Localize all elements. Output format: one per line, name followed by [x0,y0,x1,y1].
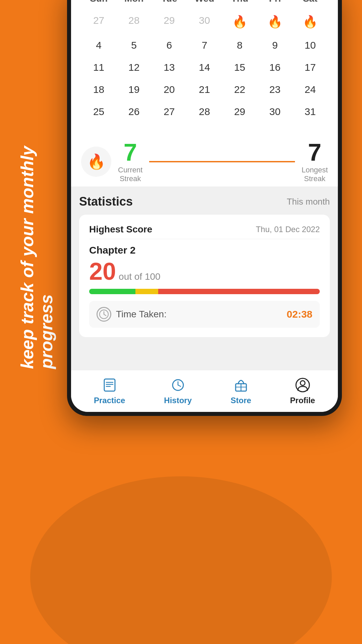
phone-frame: Sun Mon Tue Wed Thu Fri Sat 27 28 29 30 … [67,0,342,416]
cal-day: 27 [81,10,116,34]
score-date: Thu, 01 Dec 2022 [256,225,320,234]
cal-day: 5 [116,35,152,56]
calendar-row-5: 25 26 27 28 29 30 31 [81,101,328,122]
cal-day: 4 [81,35,116,56]
score-divider [89,239,320,239]
cal-day: 12 [116,57,152,78]
cal-day: 16 [257,57,293,78]
cal-day: 21 [187,79,222,100]
cal-day: 28 [187,101,222,122]
current-streak-number: 7 [124,140,137,164]
chapter-label: Chapter 2 [89,245,320,256]
cal-day: 27 [152,101,187,122]
bottom-nav: Practice History [71,370,338,412]
side-text: keep track of your monthly progress [18,67,56,369]
cal-header-sun: Sun [81,0,116,7]
profile-icon [294,376,311,394]
nav-item-profile[interactable]: Profile [290,376,315,405]
nav-item-store[interactable]: Store [231,376,251,405]
score-bar [89,289,320,294]
flame-icon: 🔥 [232,15,247,29]
current-streak-item: 7 CurrentStreak [118,140,142,183]
cal-day: 22 [222,79,257,100]
cal-day: 30 [257,101,293,122]
score-big: 20 [89,259,116,283]
stats-filter[interactable]: This month [287,197,330,207]
cal-day: 9 [257,35,293,56]
cal-header-tue: Tue [152,0,187,7]
stats-card: Highest Score Thu, 01 Dec 2022 Chapter 2… [79,215,330,337]
stats-title: Statistics [79,195,133,209]
cal-day: 29 [222,101,257,122]
cal-day: 20 [152,79,187,100]
cal-day-flame: 🔥 [293,10,328,34]
nav-item-practice[interactable]: Practice [94,376,125,405]
score-value-row: 20 out of 100 [89,259,320,283]
cal-day: 26 [116,101,152,122]
streak-flame-icon: 🔥 [87,153,106,170]
cal-day: 14 [187,57,222,78]
cal-day: 11 [81,57,116,78]
cal-day: 25 [81,101,116,122]
phone-screen: Sun Mon Tue Wed Thu Fri Sat 27 28 29 30 … [71,0,338,412]
practice-label: Practice [94,396,125,405]
longest-streak-item: 7 LongestStreak [302,140,328,183]
longest-streak-label: LongestStreak [302,166,328,183]
streak-line [149,161,295,162]
cal-day: 18 [81,79,116,100]
calendar-grid: Sun Mon Tue Wed Thu Fri Sat 27 28 29 30 … [81,0,328,122]
cal-day: 10 [293,35,328,56]
cal-day: 29 [152,10,187,34]
current-streak-label: CurrentStreak [118,166,142,183]
clock-icon [97,307,111,322]
cal-day: 31 [293,101,328,122]
calendar-row-1: 27 28 29 30 🔥 🔥 🔥 [81,10,328,34]
flame-icon: 🔥 [303,15,318,29]
time-value: 02:38 [287,309,312,320]
cal-day: 30 [187,10,222,34]
cal-day-flame: 🔥 [222,10,257,34]
cal-day: 19 [116,79,152,100]
longest-streak-number: 7 [308,140,321,164]
cal-header-sat: Sat [293,0,328,7]
side-text-container: keep track of your monthly progress [7,67,67,369]
svg-line-9 [178,385,181,386]
streak-connector: 7 CurrentStreak 7 LongestStreak [118,140,328,183]
cal-header-wed: Wed [187,0,222,7]
cal-day: 7 [187,35,222,56]
svg-point-14 [300,381,305,385]
cal-header-fri: Fri [257,0,293,7]
store-icon [232,376,250,394]
bar-red [158,289,320,294]
stats-section: Statistics This month Highest Score Thu,… [71,186,338,370]
calendar-header-row: Sun Mon Tue Wed Thu Fri Sat [81,0,328,7]
calendar-row-2: 4 5 6 7 8 9 10 [81,35,328,56]
calendar-row-3: 11 12 13 14 15 16 17 [81,57,328,78]
score-out-of: out of 100 [119,271,161,282]
score-title: Highest Score [89,224,152,235]
history-icon [169,376,187,394]
cal-day: 28 [116,10,152,34]
cal-day: 23 [257,79,293,100]
bar-green [89,289,135,294]
cal-day: 6 [152,35,187,56]
time-label: Time Taken: [116,309,282,320]
time-row: Time Taken: 02:38 [89,301,320,328]
store-label: Store [231,396,251,405]
svg-rect-3 [104,379,115,391]
calendar-row-4: 18 19 20 21 22 23 24 [81,79,328,100]
nav-item-history[interactable]: History [164,376,192,405]
cal-header-mon: Mon [116,0,152,7]
svg-line-2 [104,314,106,316]
bg-decoration [30,476,332,644]
cal-day-flame: 🔥 [257,10,293,34]
score-header: Highest Score Thu, 01 Dec 2022 [89,224,320,235]
flame-icon: 🔥 [267,15,283,29]
cal-day: 15 [222,57,257,78]
stats-header: Statistics This month [79,195,330,209]
streak-flame-circle: 🔥 [81,147,111,177]
practice-icon [101,376,118,394]
cal-day: 8 [222,35,257,56]
cal-day: 17 [293,57,328,78]
calendar-section: Sun Mon Tue Wed Thu Fri Sat 27 28 29 30 … [71,0,338,133]
